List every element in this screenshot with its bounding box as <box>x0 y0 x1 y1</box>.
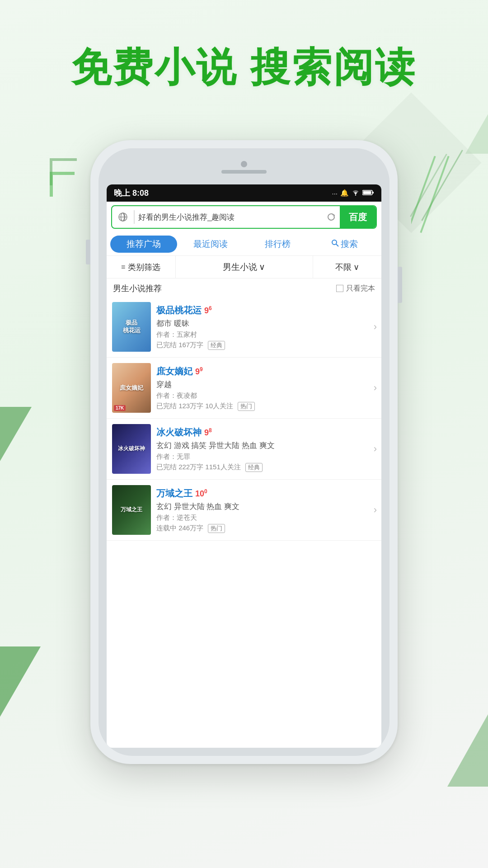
only-complete-filter[interactable]: 只看完本 <box>336 284 375 293</box>
wifi-icon <box>352 189 360 197</box>
book-author-2: 作者：夜凌都 <box>156 392 368 400</box>
book-title-row-3: 冰火破坏神 98 <box>156 426 368 439</box>
book-title-4: 万域之王 <box>156 487 192 500</box>
filter-limit[interactable]: 不限 ∨ <box>313 256 382 278</box>
book-genre-2: 穿越 <box>156 379 368 390</box>
book-genre-3: 玄幻 游戏 搞笑 异世大陆 热血 爽文 <box>156 440 368 451</box>
phone-frame: 晚上 8:08 ··· 🔔 <box>90 140 398 764</box>
cover2-brand: 17K <box>114 405 126 411</box>
book-meta-4: 连载中 246万字 热门 <box>156 524 368 533</box>
book-arrow-2: › <box>374 382 377 394</box>
section-header: 男生小说推荐 只看完本 <box>107 278 381 297</box>
book-cover-4: 万域之王 <box>112 485 151 535</box>
only-complete-checkbox[interactable] <box>336 285 343 292</box>
tab-recent[interactable]: 最近阅读 <box>177 236 244 253</box>
svg-point-0 <box>355 194 356 195</box>
book-rating-1: 96 <box>204 305 212 316</box>
phone-camera <box>241 161 247 167</box>
book-info-3: 冰火破坏神 98 玄幻 游戏 搞笑 异世大陆 热血 爽文 作者：无罪 已完结 2… <box>156 426 368 472</box>
cover2-text: 庶女嫡妃 <box>120 384 143 392</box>
book-rating-2: 99 <box>195 366 203 377</box>
bg-deco-tri-right <box>465 90 488 154</box>
book-arrow-3: › <box>374 443 377 455</box>
tab-ranking[interactable]: 排行榜 <box>244 236 311 253</box>
deco-diagonal <box>411 154 452 244</box>
phone-button-right <box>398 267 402 303</box>
filter-lines-icon: ≡ <box>121 263 125 271</box>
book-title-row-4: 万域之王 100 <box>156 487 368 500</box>
book-info-4: 万域之王 100 玄幻 异世大陆 热血 爽文 作者：逆苍天 连载中 246万字 … <box>156 487 368 533</box>
bg-deco-tri-left <box>0 646 41 732</box>
svg-point-6 <box>332 240 337 245</box>
battery-icon <box>362 189 374 197</box>
book-item[interactable]: 庶女嫡妃 17K 庶女嫡妃 99 穿越 作者：夜凌都 <box>107 358 381 419</box>
book-genre-1: 都市 暖昧 <box>156 318 368 329</box>
cover3-text: 冰火破坏神 <box>116 445 147 453</box>
book-cover-2: 庶女嫡妃 17K <box>112 363 151 413</box>
hero-title: 免费小说 搜索阅读 <box>0 41 488 94</box>
tab-search[interactable]: 搜索 <box>311 236 378 253</box>
phone-speaker <box>221 170 267 174</box>
svg-rect-2 <box>372 192 374 193</box>
phone-mockup: 晚上 8:08 ··· 🔔 <box>90 140 398 764</box>
book-arrow-1: › <box>374 321 377 333</box>
search-bar[interactable]: 好看的男生小说推荐_趣阅读 百度 <box>111 205 377 229</box>
status-icons: ··· 🔔 <box>332 189 374 197</box>
filter-type[interactable]: 男生小说 ∨ <box>176 256 313 278</box>
tab-bar: 推荐广场 最近阅读 排行榜 <box>107 232 381 256</box>
book-tag-4: 热门 <box>208 524 225 533</box>
book-meta-2: 已完结 123万字 10人关注 热门 <box>156 402 368 411</box>
deco-corner-green <box>50 172 75 197</box>
status-bar: 晚上 8:08 ··· 🔔 <box>107 184 381 202</box>
svg-rect-3 <box>363 191 371 194</box>
status-time: 晚上 8:08 <box>114 188 149 198</box>
refresh-icon[interactable] <box>323 208 340 226</box>
filter-bar: ≡ 类别筛选 男生小说 ∨ 不限 ∨ <box>107 256 381 278</box>
phone-inner: 晚上 8:08 ··· 🔔 <box>99 148 389 756</box>
book-cover-1: 极品桃花运 <box>112 302 151 352</box>
book-genre-4: 玄幻 异世大陆 热血 爽文 <box>156 501 368 512</box>
phone-button-left <box>86 240 90 264</box>
bg-deco-tri-bottom-right <box>447 714 488 787</box>
book-author-4: 作者：逆苍天 <box>156 514 368 522</box>
book-rating-4: 100 <box>195 488 207 499</box>
svg-line-7 <box>336 244 338 246</box>
book-author-1: 作者：五家村 <box>156 330 368 339</box>
baidu-button[interactable]: 百度 <box>340 206 376 228</box>
search-divider <box>134 210 135 224</box>
signal-icon: ··· <box>332 189 338 197</box>
cover1-text: 极品桃花运 <box>123 319 141 335</box>
book-title-1: 极品桃花运 <box>156 304 202 316</box>
section-title: 男生小说推荐 <box>113 283 162 294</box>
book-item[interactable]: 冰火破坏神 冰火破坏神 98 玄幻 游戏 搞笑 异世大陆 热血 爽文 作者：无罪 <box>107 419 381 480</box>
bell-icon: 🔔 <box>340 189 349 197</box>
bg-deco-small-tri <box>0 407 32 461</box>
search-input[interactable]: 好看的男生小说推荐_趣阅读 <box>138 212 323 222</box>
book-title-row-1: 极品桃花运 96 <box>156 304 368 316</box>
book-author-3: 作者：无罪 <box>156 453 368 461</box>
book-tag-1: 经典 <box>208 341 225 350</box>
book-tag-3: 经典 <box>245 463 263 472</box>
book-info-2: 庶女嫡妃 99 穿越 作者：夜凌都 已完结 123万字 10人关注 热门 <box>156 365 368 411</box>
book-item[interactable]: 极品桃花运 极品桃花运 96 都市 暖昧 作者：五家村 已完结 167万字 <box>107 297 381 358</box>
book-title-2: 庶女嫡妃 <box>156 365 192 377</box>
globe-icon <box>115 209 131 225</box>
book-meta-3: 已完结 222万字 1151人关注 经典 <box>156 463 368 472</box>
book-arrow-4: › <box>374 504 377 516</box>
book-title-3: 冰火破坏神 <box>156 426 202 439</box>
book-item[interactable]: 万域之王 万域之王 100 玄幻 异世大陆 热血 爽文 作者：逆苍天 连载中 <box>107 480 381 541</box>
phone-screen: 晚上 8:08 ··· 🔔 <box>107 184 381 748</box>
book-title-row-2: 庶女嫡妃 99 <box>156 365 368 377</box>
tab-recommend[interactable]: 推荐广场 <box>110 236 177 253</box>
filter-category[interactable]: ≡ 类别筛选 <box>107 256 176 278</box>
book-list: 极品桃花运 极品桃花运 96 都市 暖昧 作者：五家村 已完结 167万字 <box>107 297 381 748</box>
book-info-1: 极品桃花运 96 都市 暖昧 作者：五家村 已完结 167万字 经典 <box>156 304 368 350</box>
book-meta-1: 已完结 167万字 经典 <box>156 341 368 350</box>
book-cover-3: 冰火破坏神 <box>112 424 151 474</box>
search-tab-icon <box>331 239 339 249</box>
book-rating-3: 98 <box>204 427 212 438</box>
book-tag-2: 热门 <box>238 402 255 411</box>
cover4-text: 万域之王 <box>121 506 142 514</box>
